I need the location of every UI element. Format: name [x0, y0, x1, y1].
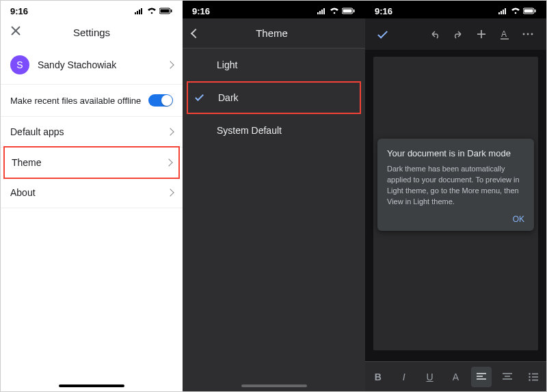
text-color-button[interactable]: A	[445, 367, 466, 387]
page-title: Settings	[24, 27, 159, 38]
svg-rect-13	[323, 8, 325, 14]
svg-rect-16	[343, 10, 352, 13]
home-indicator	[59, 384, 124, 387]
svg-rect-24	[524, 10, 533, 13]
status-bar: 9:16	[1, 1, 183, 18]
svg-point-41	[529, 376, 530, 377]
svg-rect-6	[161, 10, 170, 13]
dialog-ok-button[interactable]: OK	[387, 214, 524, 224]
svg-rect-2	[139, 10, 140, 14]
avatar: S	[10, 55, 29, 74]
profile-name: Sandy Stachowiak	[38, 59, 168, 70]
theme-option-system[interactable]: System Default	[183, 114, 365, 147]
chevron-right-icon	[166, 61, 174, 68]
dialog-title: Your document is in Dark mode	[387, 148, 524, 158]
option-label: Dark	[218, 92, 239, 103]
settings-panel: 9:16 Settings S Sandy Stachowiak Make re…	[1, 1, 183, 391]
close-icon[interactable]	[10, 25, 24, 39]
status-time: 9:16	[375, 6, 392, 16]
bullet-list-button[interactable]	[523, 367, 544, 387]
default-apps-label: Default apps	[10, 126, 168, 137]
svg-rect-21	[505, 8, 506, 14]
svg-point-31	[527, 33, 529, 36]
theme-label: Theme	[12, 157, 166, 168]
status-time: 9:16	[10, 6, 28, 16]
theme-row[interactable]: Theme	[3, 146, 180, 179]
svg-point-14	[334, 12, 336, 14]
chevron-right-icon	[166, 128, 174, 135]
offline-label: Make recent files available offline	[10, 96, 148, 106]
chevron-right-icon	[165, 158, 172, 166]
document-panel: 9:16 A Your document is in Dark mode Dar…	[365, 1, 546, 391]
format-bar: B I U A	[365, 361, 546, 391]
profile-row[interactable]: S Sandy Stachowiak	[1, 46, 183, 85]
document-area[interactable]: Your document is in Dark mode Dark theme…	[373, 57, 538, 350]
about-row[interactable]: About	[1, 178, 183, 208]
status-time: 9:16	[192, 6, 210, 16]
status-icons	[317, 8, 356, 14]
svg-rect-7	[171, 10, 172, 12]
svg-text:A: A	[501, 29, 507, 39]
svg-rect-25	[535, 10, 536, 12]
align-center-button[interactable]	[497, 367, 518, 387]
svg-rect-12	[321, 10, 323, 14]
more-button[interactable]	[519, 25, 537, 43]
option-label: System Default	[217, 125, 282, 136]
underline-button[interactable]: U	[420, 367, 440, 387]
page-title: Theme	[199, 27, 345, 39]
undo-button[interactable]	[426, 25, 444, 43]
svg-rect-1	[137, 11, 138, 14]
text-format-button[interactable]: A	[496, 25, 513, 43]
svg-rect-11	[319, 11, 321, 14]
svg-rect-3	[141, 8, 142, 14]
svg-rect-17	[353, 10, 355, 12]
align-left-button[interactable]	[471, 367, 492, 387]
theme-panel: 9:16 Theme Light Dark System Default	[183, 1, 365, 391]
option-label: Light	[217, 59, 237, 70]
editor-toolbar: A	[365, 18, 546, 50]
theme-header: Theme	[183, 18, 365, 48]
status-icons	[135, 8, 173, 14]
svg-point-39	[529, 373, 530, 374]
offline-row[interactable]: Make recent files available offline	[1, 85, 183, 117]
svg-point-32	[531, 33, 533, 36]
redo-button[interactable]	[449, 25, 467, 43]
svg-point-43	[529, 379, 530, 380]
add-button[interactable]	[472, 25, 490, 43]
status-icons	[498, 8, 537, 14]
home-indicator	[241, 384, 307, 387]
svg-rect-20	[503, 10, 504, 14]
svg-point-22	[515, 12, 517, 14]
bold-button[interactable]: B	[368, 367, 388, 387]
chevron-right-icon	[166, 188, 174, 196]
offline-toggle[interactable]	[148, 94, 173, 107]
theme-option-dark[interactable]: Dark	[187, 81, 361, 114]
svg-rect-19	[501, 11, 502, 14]
svg-rect-0	[135, 12, 136, 14]
theme-option-light[interactable]: Light	[183, 48, 365, 81]
check-icon	[194, 96, 207, 100]
svg-rect-18	[498, 12, 500, 14]
default-apps-row[interactable]: Default apps	[1, 117, 183, 148]
svg-point-4	[151, 12, 153, 14]
svg-point-30	[523, 33, 525, 36]
done-button[interactable]	[375, 25, 392, 43]
dialog-body: Dark theme has been automatically applie…	[387, 164, 524, 208]
svg-rect-10	[317, 12, 319, 14]
about-label: About	[10, 187, 168, 198]
dark-mode-dialog: Your document is in Dark mode Dark theme…	[377, 139, 534, 231]
status-bar: 9:16	[365, 1, 546, 18]
italic-button[interactable]: I	[394, 367, 414, 387]
settings-header: Settings	[1, 18, 183, 46]
status-bar: 9:16	[183, 1, 365, 18]
